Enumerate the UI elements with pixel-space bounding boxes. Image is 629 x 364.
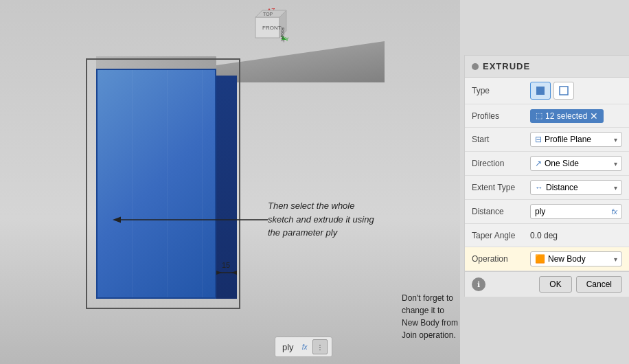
- dimension-15: 15: [216, 262, 244, 285]
- viewcube[interactable]: FRONT TOP RIGHT: [249, 3, 290, 45]
- taper-angle-control: 0.0 deg: [530, 231, 622, 240]
- dim-15-label: 15: [222, 261, 230, 269]
- profile-plane-icon: ⊟: [535, 135, 542, 144]
- extrude-header: EXTRUDE: [465, 56, 629, 78]
- extrude-title: EXTRUDE: [483, 61, 530, 71]
- start-dropdown-arrow: ▾: [614, 136, 617, 144]
- svg-text:RIGHT: RIGHT: [280, 27, 285, 43]
- profiles-badge[interactable]: ⬚ 12 selected ✕: [530, 109, 604, 123]
- profiles-label: Profiles: [472, 111, 530, 121]
- direction-dropdown[interactable]: ↗ One Side ▾: [530, 156, 622, 171]
- select-icon: ⬚: [536, 111, 542, 120]
- direction-value: One Side: [545, 159, 579, 168]
- extrude-panel: EXTRUDE Type Profiles ⬚ 12 selected ✕ St…: [464, 55, 629, 297]
- extrude-status-dot: [472, 63, 479, 70]
- taper-angle-row: Taper Angle 0.0 deg: [465, 224, 629, 247]
- info-button[interactable]: ℹ: [472, 277, 485, 291]
- operation-row: Operation 🟧 New Body ▾: [465, 247, 629, 271]
- toolbar-menu[interactable]: ⋮: [312, 339, 328, 354]
- svg-rect-19: [536, 87, 545, 95]
- extrude-footer: ℹ OK Cancel: [465, 271, 629, 297]
- bottom-toolbar: ply fx ⋮: [275, 337, 332, 357]
- operation-label: Operation: [472, 254, 530, 264]
- direction-control: ↗ One Side ▾: [530, 156, 622, 171]
- svg-marker-1: [216, 271, 222, 275]
- distance-input[interactable]: ply fx: [530, 204, 622, 219]
- fx-button[interactable]: fx: [611, 207, 617, 216]
- distance-value: ply: [535, 207, 545, 216]
- viewport: 15 Then select the whole sketch and extr…: [0, 0, 460, 364]
- extent-type-dropdown[interactable]: ↔ Distance ▾: [530, 180, 622, 195]
- profiles-control: ⬚ 12 selected ✕: [530, 109, 622, 123]
- type-row: Type: [465, 78, 629, 104]
- extent-type-control: ↔ Distance ▾: [530, 180, 622, 195]
- direction-dropdown-arrow: ▾: [614, 160, 617, 168]
- distance-icon: ↔: [535, 183, 543, 192]
- gray-slab: [216, 31, 388, 82]
- operation-dropdown[interactable]: 🟧 New Body ▾: [530, 251, 622, 266]
- extent-type-label: Extent Type: [472, 183, 530, 192]
- start-row: Start ⊟ Profile Plane ▾: [465, 128, 629, 152]
- taper-angle-label: Taper Angle: [472, 231, 530, 240]
- one-side-icon: ↗: [535, 159, 542, 168]
- start-label: Start: [472, 135, 530, 144]
- start-control: ⊟ Profile Plane ▾: [530, 132, 622, 147]
- toolbar-fx[interactable]: fx: [299, 339, 310, 354]
- profiles-badge-text: 12 selected: [545, 111, 587, 121]
- svg-rect-20: [560, 87, 568, 95]
- distance-row: Distance ply fx: [465, 200, 629, 224]
- taper-angle-value: 0.0 deg: [530, 231, 558, 240]
- svg-marker-2: [231, 271, 237, 275]
- svg-text:FRONT: FRONT: [262, 25, 282, 31]
- type-button-solid[interactable]: [530, 82, 551, 100]
- bottom-annotation: Don't forget to change it to New Body fr…: [402, 292, 460, 341]
- start-value: Profile Plane: [545, 135, 591, 144]
- direction-label: Direction: [472, 159, 530, 168]
- distance-control: ply fx: [530, 204, 622, 219]
- annotation-text: Then select the whole sketch and extrude…: [268, 199, 374, 240]
- extent-type-value: Distance: [546, 183, 578, 192]
- operation-control: 🟧 New Body ▾: [530, 251, 622, 266]
- operation-dropdown-arrow: ▾: [614, 255, 617, 263]
- direction-row: Direction ↗ One Side ▾: [465, 152, 629, 176]
- operation-value: New Body: [548, 254, 586, 264]
- extent-type-row: Extent Type ↔ Distance ▾: [465, 176, 629, 200]
- distance-label: Distance: [472, 207, 530, 216]
- type-control: [530, 82, 622, 100]
- start-dropdown[interactable]: ⊟ Profile Plane ▾: [530, 132, 622, 147]
- profiles-clear-button[interactable]: ✕: [590, 111, 598, 121]
- ok-button[interactable]: OK: [539, 276, 571, 293]
- type-label: Type: [472, 86, 530, 95]
- type-button-surface[interactable]: [553, 82, 574, 100]
- toolbar-value: ply: [279, 341, 297, 354]
- svg-text:TOP: TOP: [263, 12, 273, 16]
- extent-type-dropdown-arrow: ▾: [614, 184, 617, 192]
- profiles-row: Profiles ⬚ 12 selected ✕: [465, 104, 629, 128]
- cancel-button[interactable]: Cancel: [576, 276, 622, 293]
- new-body-icon: 🟧: [535, 254, 545, 264]
